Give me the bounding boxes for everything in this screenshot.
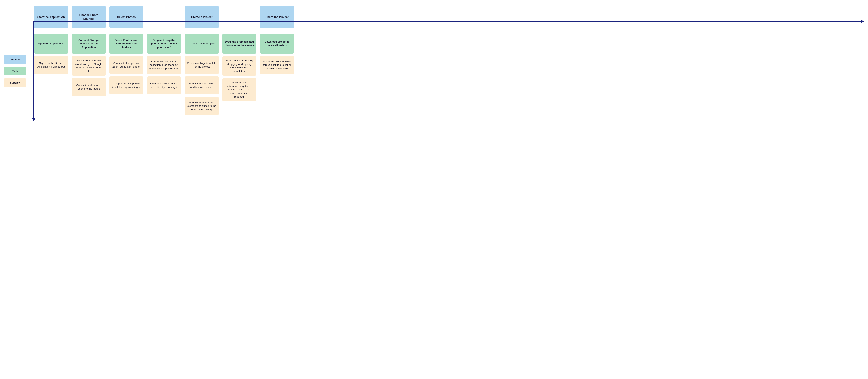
legend: Activity Task Subtask (4, 55, 26, 87)
subtask-modify-template: Modify template colors and text as requi… (185, 76, 219, 95)
subtask-add-text: Add text or decorative elements as suite… (185, 97, 219, 115)
activity-drag-drop-canvas: Drag and drop selected photos onto the c… (222, 34, 256, 54)
col3-content: Select Photos from various files and fol… (110, 34, 144, 115)
phase-box-choose: Choose Photo Sources (72, 6, 106, 28)
vertical-arrow (33, 21, 34, 121)
activity-select-photos: Select Photos from various files and fol… (110, 34, 144, 54)
phase-box-start: Start the Application (34, 6, 68, 28)
subtask-adjust-hue: Adjust the hue, saturation, brightness, … (222, 78, 256, 101)
subtask-compare-zoom: Compare similar photos in a folder by zo… (110, 76, 144, 95)
column-start: Start the Application (34, 6, 68, 28)
col7-content: Download project to create slideshow Sha… (260, 34, 294, 115)
subtask-sign-in: Sign in to the Device Application if sig… (34, 56, 68, 74)
subtask-share-file: Share this file if required through link… (260, 56, 294, 74)
column-choose: Choose Photo Sources (72, 6, 106, 28)
activity-connect-storage: Connect Storage Devices to the Applicati… (72, 34, 106, 54)
subtask-move-photos: Move photos around by dragging or droppi… (222, 56, 256, 76)
activity-create-new-project: Create a New Project (185, 34, 219, 54)
horizontal-arrow (34, 21, 864, 22)
col2-content: Connect Storage Devices to the Applicati… (72, 34, 106, 115)
subtask-select-template: Select a collage template for the projec… (185, 56, 219, 74)
col1-content: Open the Application Sign in to the Devi… (34, 34, 68, 115)
column-create: Create a Project (185, 6, 219, 28)
col5-content: Create a New Project Select a collage te… (185, 34, 219, 115)
subtask-zoom-find: Zoom in to find photos. Zoom out to exit… (110, 56, 144, 74)
subtask-remove-photos: To remove photos from collection, drag t… (147, 56, 181, 74)
legend-task: Task (4, 67, 26, 75)
activity-download-slideshow: Download project to create slideshow (260, 34, 294, 54)
col4-content: Drag and drop the photos in the 'collect… (147, 34, 181, 115)
col6-placeholder (222, 6, 256, 28)
legend-activity: Activity (4, 55, 26, 64)
diagram-wrapper: Start the Application Choose Photo Sourc… (34, 6, 864, 115)
column-select: Select Photos (110, 6, 144, 28)
phase-box-create: Create a Project (185, 6, 219, 28)
subtask-cloud-storage: Select from available cloud storage – Go… (72, 56, 106, 76)
subtask-compare-similar: Compare similar photos in a folder by zo… (147, 76, 181, 95)
phase-header-row: Start the Application Choose Photo Sourc… (34, 6, 864, 28)
activity-drag-drop-collect: Drag and drop the photos in the 'collect… (147, 34, 181, 54)
subtask-hard-drive: Connect hard drive or phone to the lapto… (72, 78, 106, 96)
legend-subtask: Subtask (4, 78, 26, 87)
phase-box-select: Select Photos (110, 6, 144, 28)
content-rows: Open the Application Sign in to the Devi… (34, 34, 864, 115)
activity-open-application: Open the Application (34, 34, 68, 54)
col6-content: Drag and drop selected photos onto the c… (222, 34, 256, 115)
column-share: Share the Project (260, 6, 294, 28)
phase-box-share: Share the Project (260, 6, 294, 28)
col4-placeholder (147, 6, 181, 28)
